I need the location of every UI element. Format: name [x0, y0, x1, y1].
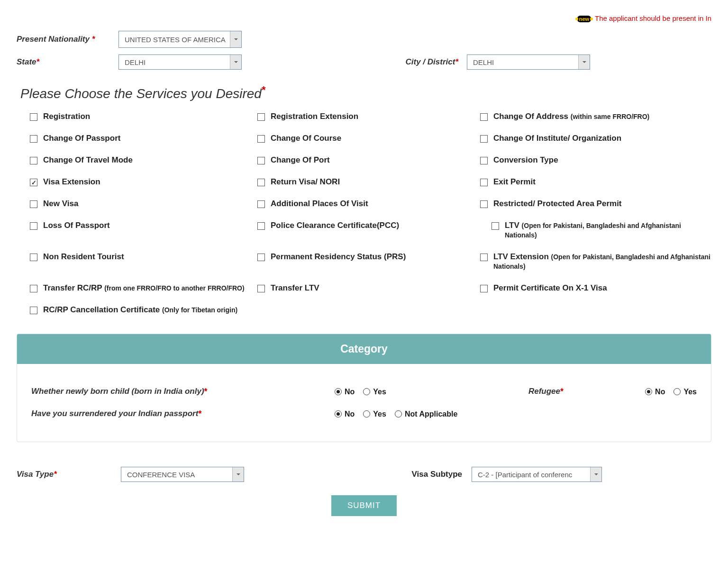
service-checkbox[interactable]: Return Visa/ NORI [257, 177, 480, 187]
radio-icon [645, 388, 652, 395]
radio-icon [335, 388, 342, 395]
service-checkbox[interactable]: LTV Extension (Open for Pakistani, Bangl… [480, 252, 711, 271]
service-checkbox[interactable]: Registration Extension [257, 112, 480, 121]
service-checkbox[interactable]: Registration [30, 112, 257, 121]
service-checkbox[interactable]: RC/RP Cancellation Certificate (Only for… [30, 305, 257, 315]
category-header: Category [17, 334, 711, 364]
surrender-radio-group: NoYesNot Applicable [335, 410, 457, 418]
visa-type-value: CONFERENCE VISA [127, 471, 195, 479]
service-label: LTV Extension (Open for Pakistani, Bangl… [493, 252, 711, 271]
service-label: Transfer RC/RP (from one FRRO/FRO to ano… [43, 283, 245, 293]
present-nationality-select[interactable]: UNITED STATES OF AMERICA [118, 31, 242, 48]
radio-icon [363, 410, 370, 418]
service-checkbox[interactable]: Change Of Port [257, 155, 480, 165]
radio-icon [395, 410, 402, 418]
chevron-down-icon [590, 467, 601, 481]
radio-option[interactable]: No [645, 388, 665, 396]
state-value: DELHI [125, 58, 146, 66]
services-heading: Please Choose the Services you Desired* [20, 84, 711, 101]
service-checkbox[interactable]: Permanent Residency Status (PRS) [257, 252, 480, 271]
city-value: DELHI [473, 58, 494, 66]
new-badge: new [577, 16, 591, 22]
chevron-down-icon [578, 55, 590, 69]
visa-type-select[interactable]: CONFERENCE VISA [121, 467, 244, 482]
checkbox-icon [257, 113, 265, 121]
service-checkbox[interactable]: Police Clearance Certificate(PCC) [257, 221, 480, 240]
service-label: RC/RP Cancellation Certificate (Only for… [43, 305, 237, 315]
service-checkbox[interactable]: Change Of Institute/ Organization [480, 134, 711, 143]
service-checkbox[interactable]: Loss Of Passport [30, 221, 257, 240]
service-checkbox[interactable]: Transfer RC/RP (from one FRRO/FRO to ano… [30, 283, 257, 293]
radio-option[interactable]: No [335, 388, 355, 396]
service-label: Permit Certificate On X-1 Visa [493, 283, 607, 293]
city-label: City / District* [363, 57, 467, 67]
radio-option[interactable]: No [335, 410, 355, 418]
service-label: Additional Places Of Visit [271, 199, 368, 209]
service-label: Loss Of Passport [43, 221, 110, 230]
state-select[interactable]: DELHI [118, 54, 242, 70]
service-checkbox[interactable]: Change Of Passport [30, 134, 257, 143]
notice-marquee: new The applicant should be present in I… [17, 9, 711, 31]
radio-label: No [655, 388, 665, 396]
service-checkbox[interactable]: New Visa [30, 199, 257, 209]
service-label: Conversion Type [493, 155, 558, 165]
service-checkbox[interactable]: Conversion Type [480, 155, 711, 165]
present-nationality-value: UNITED STATES OF AMERICA [125, 36, 226, 44]
submit-button[interactable]: SUBMIT [331, 495, 397, 516]
services-grid: RegistrationRegistration ExtensionChange… [17, 112, 711, 319]
checkbox-icon [480, 285, 488, 292]
service-checkbox[interactable]: Visa Extension [30, 177, 257, 187]
checkbox-icon [480, 135, 488, 143]
checkbox-icon [30, 254, 37, 261]
service-label: Transfer LTV [271, 283, 319, 293]
radio-option[interactable]: Yes [363, 410, 386, 418]
chevron-down-icon [230, 55, 241, 69]
service-checkbox[interactable]: Restricted/ Protected Area Permit [480, 199, 711, 209]
service-label: Registration Extension [271, 112, 358, 121]
checkbox-icon [257, 157, 265, 164]
checkbox-icon [257, 285, 265, 292]
service-checkbox[interactable]: Non Resident Tourist [30, 252, 257, 271]
radio-label: No [345, 410, 355, 418]
checkbox-icon [480, 200, 488, 208]
radio-icon [673, 388, 681, 395]
service-label: Change Of Port [271, 155, 330, 165]
service-checkbox[interactable]: Change Of Travel Mode [30, 155, 257, 165]
radio-option[interactable]: Yes [363, 388, 386, 396]
visa-type-label: Visa Type* [17, 470, 121, 479]
service-label: Restricted/ Protected Area Permit [493, 199, 622, 209]
service-checkbox[interactable]: Change Of Course [257, 134, 480, 143]
service-checkbox[interactable]: Exit Permit [480, 177, 711, 187]
service-checkbox[interactable]: LTV (Open for Pakistani, Bangladeshi and… [480, 221, 711, 240]
checkbox-icon [257, 222, 265, 230]
checkbox-icon [30, 200, 37, 208]
radio-label: Yes [373, 410, 386, 418]
checkbox-icon [257, 179, 265, 186]
service-checkbox[interactable]: Change Of Address (within same FRRO/FRO) [480, 112, 711, 121]
radio-label: Yes [683, 388, 697, 396]
radio-option[interactable]: Not Applicable [395, 410, 457, 418]
service-label: Visa Extension [43, 177, 100, 187]
refugee-label: Refugee* [528, 387, 637, 397]
checkbox-icon [30, 113, 37, 121]
service-label: Change Of Course [271, 134, 341, 143]
city-select[interactable]: DELHI [467, 54, 590, 70]
checkbox-icon [30, 285, 37, 292]
checkbox-icon [480, 179, 488, 186]
service-label: Change Of Address (within same FRRO/FRO) [493, 112, 649, 121]
checkbox-icon [257, 135, 265, 143]
service-label: New Visa [43, 199, 78, 209]
service-checkbox[interactable]: Transfer LTV [257, 283, 480, 293]
service-label: Change Of Passport [43, 134, 120, 143]
service-checkbox[interactable]: Permit Certificate On X-1 Visa [480, 283, 711, 293]
service-label: LTV (Open for Pakistani, Bangladeshi and… [505, 221, 711, 240]
service-label: Permanent Residency Status (PRS) [271, 252, 406, 262]
checkbox-icon [480, 254, 488, 261]
service-label: Change Of Institute/ Organization [493, 134, 621, 143]
checkbox-icon [30, 307, 37, 314]
radio-option[interactable]: Yes [673, 388, 697, 396]
service-checkbox[interactable]: Additional Places Of Visit [257, 199, 480, 209]
visa-subtype-select[interactable]: C-2 - [Participant of conferenc [472, 467, 602, 482]
service-label: Registration [43, 112, 90, 121]
present-nationality-label: Present Nationality * [17, 35, 118, 44]
